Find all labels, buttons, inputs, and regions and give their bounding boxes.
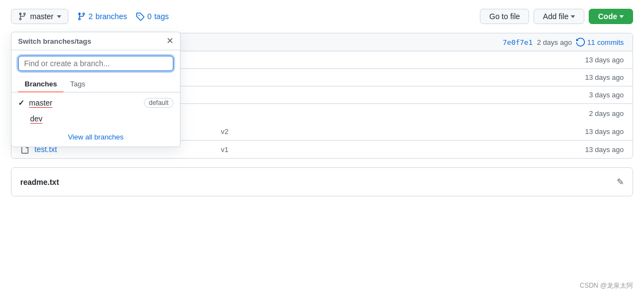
branch-label: master <box>30 12 54 21</box>
branches-meta-icon <box>77 12 86 21</box>
dropdown-header: Switch branches/tags ✕ <box>11 32 180 50</box>
branches-text: branches <box>96 12 127 21</box>
go-to-file-button[interactable]: Go to file <box>480 9 529 24</box>
branch-list: ✓ master default dev <box>11 92 180 129</box>
dropdown-close-button[interactable]: ✕ <box>166 37 173 45</box>
tab-tags[interactable]: Tags <box>63 77 91 92</box>
branches-meta-link[interactable]: 2 branches <box>77 12 127 21</box>
readme-section: readme.txt ✎ <box>11 167 633 196</box>
csdn-watermark: CSDN @龙泉太阿 <box>579 281 633 290</box>
branches-count: 2 <box>89 12 93 21</box>
tags-text: tags <box>154 12 169 21</box>
branch-caret-icon <box>57 15 61 18</box>
commits-label: commits <box>597 38 624 46</box>
view-all-branches-link[interactable]: View all branches <box>11 129 180 147</box>
commit-hash-link[interactable]: 7e0f7e1 <box>503 38 533 46</box>
tabs-row: Branches Tags <box>11 77 180 92</box>
add-file-caret-icon <box>571 15 575 18</box>
branch-name-master: master <box>29 98 144 107</box>
add-file-button[interactable]: Add file <box>533 9 584 24</box>
tags-meta-link[interactable]: 0 tags <box>136 12 169 21</box>
tag-icon <box>136 12 144 21</box>
toolbar-right: Go to file Add file Code <box>480 9 633 24</box>
file-time-test: 13 days ago <box>585 145 624 154</box>
toolbar: master Switch branches/tags ✕ Branches T… <box>11 9 633 24</box>
readme-header: readme.txt ✎ <box>20 177 624 187</box>
commit-time-2: 13 days ago <box>585 73 624 81</box>
history-icon <box>576 38 585 46</box>
file-commit-readme: v2 <box>212 127 585 136</box>
page-wrapper: master Switch branches/tags ✕ Branches T… <box>0 0 644 297</box>
commit-time-3: 3 days ago <box>589 91 624 99</box>
readme-title: readme.txt <box>20 178 59 187</box>
branch-name-dev: dev <box>30 114 173 123</box>
tags-count: 0 <box>147 12 152 21</box>
commit-time-4: 2 days ago <box>589 109 624 118</box>
branch-dropdown-panel: Switch branches/tags ✕ Branches Tags ✓ <box>11 32 181 147</box>
branch-item-master[interactable]: ✓ master default <box>11 95 180 111</box>
code-caret-icon <box>619 15 624 18</box>
default-badge: default <box>144 98 173 108</box>
commits-count: 11 <box>587 38 595 46</box>
branch-search-input[interactable] <box>18 56 173 71</box>
branch-icon <box>18 12 27 21</box>
file-time-readme: 13 days ago <box>585 127 624 136</box>
tab-branches[interactable]: Branches <box>18 77 63 92</box>
check-icon: ✓ <box>18 98 25 107</box>
branch-item-dev[interactable]: dev <box>11 111 180 126</box>
code-button[interactable]: Code <box>589 9 633 24</box>
branch-dropdown-button[interactable]: master <box>11 9 68 24</box>
commit-time: 2 days ago <box>537 38 572 46</box>
dropdown-title: Switch branches/tags <box>18 37 91 45</box>
commits-link[interactable]: 11 commits <box>576 38 624 46</box>
commit-time-1: 13 days ago <box>585 56 624 64</box>
file-commit-test: v1 <box>212 145 585 154</box>
edit-icon[interactable]: ✎ <box>617 177 624 187</box>
